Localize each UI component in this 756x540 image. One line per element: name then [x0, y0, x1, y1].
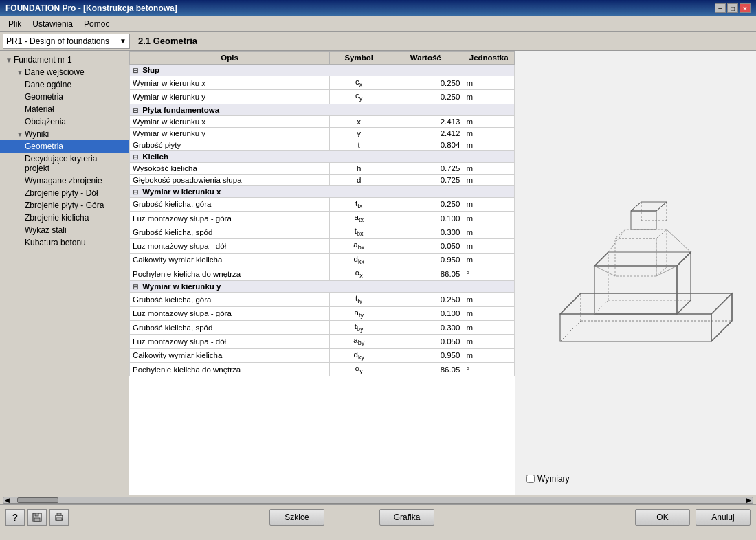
- row-unit: °: [463, 362, 515, 376]
- sidebar-dane-wejsciowe: ▼ Dane wejściowe: [0, 66, 129, 78]
- row-unit: m: [463, 162, 515, 174]
- save-icon: [32, 513, 43, 522]
- row-unit: m: [463, 335, 515, 348]
- close-button[interactable]: ×: [740, 3, 751, 13]
- app-title: FOUNDATION Pro - [Konstrukcja betonowa]: [5, 3, 177, 13]
- sidebar-material[interactable]: Materiał: [0, 103, 129, 115]
- svg-line-14: [711, 321, 732, 341]
- table-row: Wysokość kielicha h 0.725 m: [130, 162, 515, 174]
- menu-plik[interactable]: Plik: [3, 18, 27, 30]
- tree-dane-icon: ▼: [16, 69, 23, 76]
- scroll-right-icon[interactable]: ▶: [746, 497, 751, 504]
- menu-ustawienia[interactable]: Ustawienia: [27, 18, 78, 30]
- tool-btn-3[interactable]: [49, 509, 69, 526]
- menu-bar: Plik Ustawienia Pomoc: [0, 16, 756, 32]
- row-opis: Luz montażowy słupa - góra: [130, 306, 330, 320]
- scroll-left-icon[interactable]: ◀: [5, 497, 10, 504]
- row-opis: Luz montażowy słupa - dół: [130, 335, 330, 348]
- 3d-view: [526, 163, 746, 383]
- section-kielich-title: ⊟ Kielich: [130, 150, 515, 162]
- row-opis: Grubość płyty: [130, 139, 330, 150]
- section-slup-title: ⊟ Słup: [130, 65, 515, 76]
- row-opis: Całkowity wymiar kielicha: [130, 348, 330, 362]
- expand-icon-slup[interactable]: ⊟: [133, 67, 138, 74]
- tool-btn-1[interactable]: ?: [5, 509, 25, 526]
- table-row: Głębokość posadowienia słupa d 0.725 m: [130, 174, 515, 185]
- dimensions-checkbox[interactable]: [526, 475, 535, 483]
- expand-icon-wymiaryy[interactable]: ⊟: [133, 283, 138, 291]
- svg-rect-34: [35, 513, 38, 516]
- data-panel: Opis Symbol Wartość Jednostka ⊟ Słup: [129, 51, 515, 495]
- scrollbar-thumb[interactable]: [17, 497, 58, 503]
- sidebar-wykaz-stali[interactable]: Wykaz stali: [0, 224, 129, 236]
- scrollbar-track[interactable]: ▶ ◀: [3, 497, 753, 504]
- svg-marker-5: [677, 252, 691, 314]
- svg-rect-25: [631, 211, 656, 229]
- sidebar-obciazenia[interactable]: Obciążenia: [0, 115, 129, 128]
- sidebar-dane-ogolne[interactable]: Dane ogólne: [0, 78, 129, 91]
- row-opis: Wymiar w kierunku y: [130, 90, 330, 104]
- menu-pomoc[interactable]: Pomoc: [78, 18, 115, 30]
- szkice-button[interactable]: Szkice: [269, 509, 324, 526]
- sidebar-zbrojenie-dol[interactable]: Zbrojenie płyty - Dół: [0, 187, 129, 199]
- sidebar-geometria-dane[interactable]: Geometria: [0, 91, 129, 103]
- sidebar-decydujace[interactable]: Decydujące kryteria projekt: [0, 153, 129, 175]
- table-row: Wymiar w kierunku x cx 0.250 m: [130, 76, 515, 90]
- row-opis: Wymiar w kierunku y: [130, 127, 330, 139]
- svg-line-9: [594, 252, 608, 266]
- row-value: 86.05: [388, 362, 463, 376]
- table-row: Luz montażowy słupa - dół abx 0.050 m: [130, 239, 515, 253]
- sidebar-zbrojenie-kielicha[interactable]: Zbrojenie kielicha: [0, 212, 129, 224]
- row-symbol: tty: [330, 293, 388, 306]
- dimensions-label: Wymiary: [537, 474, 570, 484]
- svg-line-10: [677, 252, 691, 266]
- title-bar: FOUNDATION Pro - [Konstrukcja betonowa] …: [0, 0, 756, 16]
- content-area: Opis Symbol Wartość Jednostka ⊟ Słup: [129, 51, 756, 495]
- section-plyta: ⊟ Płyta fundamentowa: [130, 104, 515, 115]
- row-value: 0.050: [388, 239, 463, 253]
- row-unit: m: [463, 293, 515, 306]
- ok-button[interactable]: OK: [635, 509, 690, 526]
- row-symbol: tby: [330, 320, 388, 334]
- expand-icon-kielich[interactable]: ⊟: [133, 153, 138, 161]
- row-value: 0.950: [388, 253, 463, 267]
- svg-line-18: [594, 300, 608, 314]
- svg-line-21: [594, 266, 615, 276]
- sidebar-item-label: Geometria: [25, 142, 63, 151]
- sidebar-item-label: Zbrojenie płyty - Dół: [25, 188, 98, 198]
- expand-icon-wymiarx[interactable]: ⊟: [133, 188, 138, 196]
- sidebar-geometria-wyniki[interactable]: Geometria: [0, 140, 129, 153]
- svg-rect-36: [57, 513, 61, 515]
- sidebar: ▼ Fundament nr 1 ▼ Dane wejściowe Dane o…: [0, 51, 129, 495]
- expand-icon-plyta[interactable]: ⊟: [133, 106, 138, 114]
- row-opis: Grubość kielicha, spód: [130, 225, 330, 239]
- row-value: 0.725: [388, 162, 463, 174]
- maximize-button[interactable]: □: [727, 3, 738, 13]
- row-unit: m: [463, 225, 515, 239]
- sidebar-item-label: Wymagane zbrojenie: [25, 176, 102, 185]
- table-row: Luz montażowy słupa - góra atx 0.100 m: [130, 211, 515, 225]
- row-opis: Wymiar w kierunku x: [130, 115, 330, 127]
- dimensions-checkbox-area: Wymiary: [526, 474, 570, 484]
- anuluj-button[interactable]: Anuluj: [696, 509, 751, 526]
- sidebar-wymagane[interactable]: Wymagane zbrojenie: [0, 175, 129, 187]
- project-dropdown[interactable]: PR1 - Design of foundations ▼: [3, 34, 130, 49]
- sidebar-zbrojenie-gora[interactable]: Zbrojenie płyty - Góra: [0, 199, 129, 212]
- tool-btn-2[interactable]: [27, 509, 47, 526]
- row-unit: m: [463, 90, 515, 104]
- row-opis: Grubość kielicha, góra: [130, 197, 330, 211]
- view-panel: Wymiary: [515, 51, 756, 495]
- table-row: Pochylenie kielicha do wnętrza αy 86.05 …: [130, 362, 515, 376]
- sidebar-item-label: Wykaz stali: [25, 225, 67, 235]
- table-row: Wymiar w kierunku x x 2.413 m: [130, 115, 515, 127]
- svg-line-23: [608, 229, 625, 252]
- row-value: 2.413: [388, 115, 463, 127]
- row-symbol: atx: [330, 211, 388, 225]
- row-value: 0.250: [388, 76, 463, 90]
- sidebar-kubatura[interactable]: Kubatura betonu: [0, 236, 129, 249]
- row-symbol: dky: [330, 348, 388, 362]
- row-unit: m: [463, 320, 515, 334]
- minimize-button[interactable]: −: [715, 3, 726, 13]
- bottom-bar: ? Szkice Grafika OK Anuluj: [0, 504, 756, 529]
- grafika-button[interactable]: Grafika: [379, 509, 434, 526]
